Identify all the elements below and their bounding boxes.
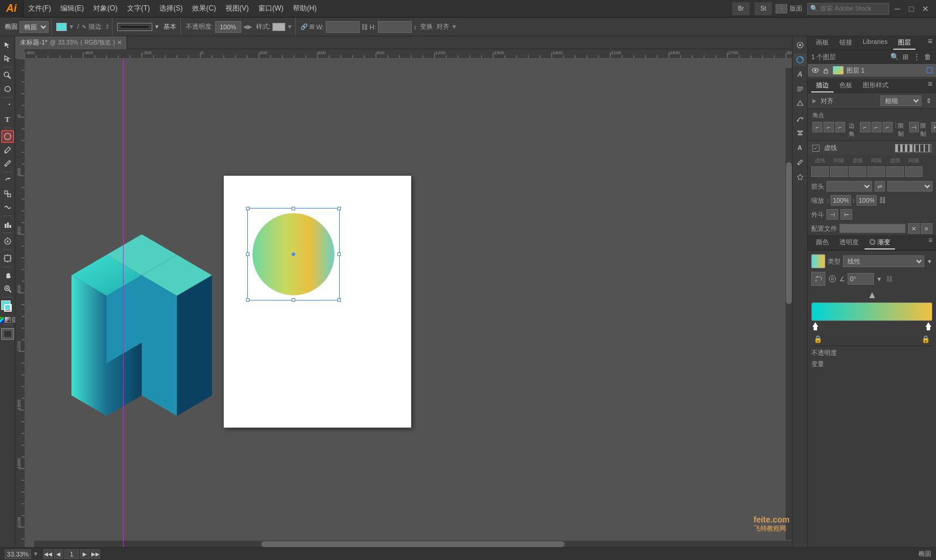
align-pos-btn-2[interactable]: ⊢ [841, 209, 852, 220]
align-header[interactable]: ▶ 对齐 粗细 ⇕ [808, 93, 936, 108]
fill-dropdown-icon[interactable]: ▼ [69, 23, 74, 30]
close-button[interactable]: ✕ [920, 3, 931, 15]
stop-handle-right[interactable] [925, 322, 931, 332]
bridge-button[interactable]: Br [732, 2, 750, 15]
prev-page-btn[interactable]: ◀ [54, 549, 63, 559]
angle-input[interactable] [848, 273, 874, 285]
gradient-lock-right[interactable]: 🔒 [921, 335, 930, 343]
h-scroll-thumb[interactable] [261, 541, 565, 547]
stop-handle-left[interactable] [812, 322, 818, 332]
align-pos-btn-1[interactable]: ⊣ [826, 209, 838, 220]
height-input[interactable]: 478.3 px [378, 21, 412, 33]
character-panel-icon[interactable]: A [794, 68, 807, 81]
profile-btn-2[interactable]: ≡ [921, 223, 932, 234]
type-panel-icon2[interactable]: A [794, 141, 807, 154]
search-box[interactable]: 🔍 搜索 Adobe Stock [807, 3, 889, 15]
tab-gradient[interactable]: ◎ 渐变 [865, 236, 895, 250]
style-preview[interactable] [272, 23, 285, 31]
tab-close-btn[interactable]: ✕ [117, 39, 122, 46]
stroke-color-box[interactable] [4, 304, 12, 312]
direct-selection-tool[interactable] [1, 52, 14, 65]
zoom-input[interactable] [5, 549, 31, 559]
gap-input-3[interactable] [905, 166, 923, 177]
menu-object[interactable]: 对象(O) [88, 0, 122, 17]
pen-tool[interactable] [1, 100, 14, 112]
scale-end-input[interactable] [856, 195, 877, 206]
artboard-tool[interactable] [1, 252, 14, 265]
panel-menu-btn[interactable]: ≡ [928, 36, 932, 50]
scale-start-input[interactable] [831, 195, 851, 206]
minimize-button[interactable]: ─ [891, 3, 903, 15]
vertical-scrollbar[interactable] [785, 68, 792, 540]
tab-color[interactable]: 颜色 [811, 236, 833, 250]
menu-effect[interactable]: 效果(C) [187, 0, 221, 17]
stroke-weight-arrows[interactable]: ⇕ [105, 23, 110, 30]
color-panel-icon[interactable] [794, 53, 807, 66]
layers-options-btn[interactable]: ⋮ [912, 52, 921, 62]
menu-edit[interactable]: 编辑(E) [56, 0, 88, 17]
tab-stroke[interactable]: 描边 [811, 79, 833, 93]
menu-type[interactable]: 文字(T) [122, 0, 155, 17]
tab-links[interactable]: 链接 [835, 36, 857, 50]
zoom-arrows[interactable]: ▼ [33, 551, 39, 557]
tab-artboard[interactable]: 画板 [811, 36, 833, 50]
symbol-spray-tool[interactable] [1, 235, 14, 248]
menu-window[interactable]: 窗口(W) [254, 0, 288, 17]
gradient-options-btn[interactable]: ⛓ [884, 274, 895, 284]
symbol-panel-icon[interactable] [794, 170, 807, 183]
opacity-arrows[interactable]: ◀▶ [243, 23, 252, 30]
edge-btn-1[interactable]: ⌐ [860, 122, 870, 132]
corner-btn-1[interactable]: ⌐ [812, 122, 822, 132]
stock-button[interactable]: St [754, 2, 772, 15]
shape-select[interactable]: 椭圆 [19, 21, 49, 33]
appearance-panel-icon[interactable] [794, 39, 807, 52]
align-select[interactable]: 粗细 [880, 95, 921, 106]
column-graph-tool[interactable] [1, 218, 14, 231]
next-page-btn[interactable]: ▶ [80, 549, 90, 559]
dashes-header[interactable]: ✓ 虚线 [808, 141, 936, 155]
corner-btn-2[interactable]: ⌐ [824, 122, 833, 132]
edge-btn-3[interactable]: ⌐ [883, 122, 893, 132]
gradient-bar[interactable] [811, 302, 932, 321]
layer-item-1[interactable]: 图层 1 [808, 64, 936, 77]
arrow-start-select[interactable] [826, 181, 872, 192]
horizontal-scrollbar[interactable] [34, 540, 792, 547]
align-dropdown-icon[interactable]: ▼ [451, 23, 457, 30]
magic-wand-tool[interactable] [1, 69, 14, 82]
hand-tool[interactable] [1, 269, 14, 282]
gap-input-1[interactable] [830, 166, 848, 177]
menu-help[interactable]: 帮助(H) [288, 0, 322, 17]
zoom-tool[interactable] [1, 282, 14, 295]
arrow-swap-btn[interactable]: ⇄ [874, 181, 885, 192]
selection-tool[interactable] [1, 39, 14, 52]
fill-swatch[interactable] [56, 23, 67, 31]
tab-transparency[interactable]: 透明度 [835, 236, 863, 250]
gradient-tool-icon[interactable] [828, 274, 837, 284]
gap-input-2[interactable] [867, 166, 885, 177]
layer-visibility[interactable] [811, 66, 819, 74]
scale-link-btn[interactable]: ⛓ [878, 196, 887, 205]
stroke-dropdown-icon[interactable]: ▼ [154, 23, 160, 30]
brush-panel-icon[interactable] [794, 156, 807, 169]
properties-menu-btn[interactable]: ≡ [928, 79, 932, 93]
scale-tool[interactable] [1, 187, 14, 200]
menu-view[interactable]: 视图(V) [221, 0, 254, 17]
stroke-edit-icon[interactable]: ✎ [82, 24, 87, 30]
limit-btn-1[interactable]: ⊣ [909, 122, 919, 132]
type-tool[interactable]: T [1, 113, 14, 126]
stroke-style-preview[interactable] [117, 23, 152, 31]
rotate-tool[interactable] [1, 174, 14, 187]
warp-tool[interactable] [1, 201, 14, 214]
gradient-menu-btn[interactable]: ≡ [928, 236, 932, 250]
maximize-button[interactable]: □ [906, 3, 917, 15]
dash-input-3[interactable] [886, 166, 904, 177]
edge-btn-2[interactable]: ⌐ [872, 122, 882, 132]
align-up-down[interactable]: ⇕ [926, 97, 931, 105]
layers-delete-btn[interactable]: 🗑 [923, 52, 932, 62]
gradient-type-select[interactable]: 线性 径向 [843, 255, 924, 267]
first-page-btn[interactable]: ◀◀ [43, 549, 53, 559]
dash-style-1[interactable] [895, 144, 913, 152]
layers-new-btn[interactable]: ⊞ [901, 52, 910, 62]
extras-button[interactable]: ⋮ [776, 4, 787, 13]
layers-search-btn[interactable]: 🔍 [890, 52, 899, 62]
